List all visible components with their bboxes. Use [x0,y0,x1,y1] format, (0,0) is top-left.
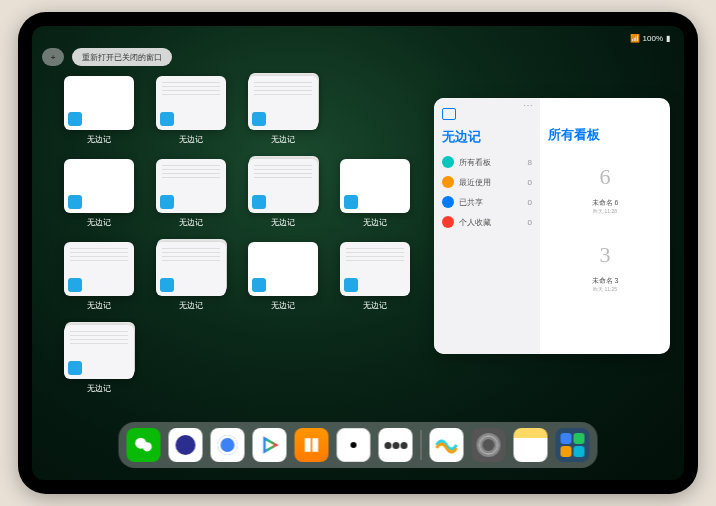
battery-label: 100% [643,34,663,43]
window-thumbnail[interactable]: 无边记 [62,76,136,145]
status-bar: 📶 100% ▮ [32,30,684,46]
sidebar-title: 无边记 [442,128,532,146]
filter-icon[interactable] [379,428,413,462]
thumbnail-preview [64,159,134,213]
sidebar-item-icon [442,176,454,188]
sidebar-item-count: 0 [528,198,532,207]
play-icon[interactable] [253,428,287,462]
freeform-icon[interactable] [430,428,464,462]
window-thumbnail[interactable]: 无边记 [62,242,136,311]
dock-separator [421,430,422,460]
thumbnail-preview [248,159,318,213]
freeform-content: 所有看板 6未命名 6昨天 11:283未命名 3昨天 11:25 [540,98,670,354]
thumbnail-preview [156,159,226,213]
window-thumbnail[interactable]: 无边记 [62,325,136,394]
thumbnail-preview [64,242,134,296]
window-thumbnail[interactable]: 无边记 [338,159,412,228]
thumbnail-label: 无边记 [271,300,295,311]
books-icon[interactable] [295,428,329,462]
thumbnail-label: 无边记 [363,300,387,311]
content-title: 所有看板 [548,126,662,144]
sidebar-item-label: 已共享 [459,197,483,208]
thumbnail-label: 无边记 [179,300,203,311]
freeform-sidebar: ⋯ 无边记 所有看板8最近使用0已共享0个人收藏0 [434,98,540,354]
sidebar-item-label: 所有看板 [459,157,491,168]
thumbnail-preview [248,242,318,296]
thumbnail-label: 无边记 [87,134,111,145]
thumbnail-preview [340,242,410,296]
thumbnail-preview [156,242,226,296]
sidebar-item-label: 个人收藏 [459,217,491,228]
thumbnail-preview [64,325,134,379]
thumbnail-label: 无边记 [271,217,295,228]
wifi-icon: 📶 [630,34,640,43]
notes-icon[interactable] [514,428,548,462]
window-thumbnail[interactable]: 无边记 [154,242,228,311]
window-thumbnail[interactable]: 无边记 [154,159,228,228]
thumbnail-label: 无边记 [363,217,387,228]
screen: 📶 100% ▮ + 重新打开已关闭的窗口 无边记无边记无边记无边记无边记无边记… [32,26,684,480]
svg-point-1 [143,442,152,451]
thumbnail-label: 无边记 [179,217,203,228]
app-expose-grid: 无边记无边记无边记无边记无边记无边记无边记无边记无边记无边记无边记无边记 [62,76,412,394]
dock [119,422,598,468]
sidebar-item-icon [442,156,454,168]
thumbnail-label: 无边记 [87,217,111,228]
thumbnail-preview [64,76,134,130]
board-timestamp: 昨天 11:28 [552,208,658,214]
window-thumbnail[interactable]: 无边记 [62,159,136,228]
more-icon[interactable]: ⋯ [523,100,534,111]
settings-icon[interactable] [472,428,506,462]
board-title: 未命名 6 [552,198,658,208]
thumbnail-preview [248,76,318,130]
freeform-window[interactable]: ⋯ 无边记 所有看板8最近使用0已共享0个人收藏0 所有看板 6未命名 6昨天 … [434,98,670,354]
board-card[interactable]: 3未命名 3昨天 11:25 [548,232,662,302]
sidebar-item-count: 8 [528,158,532,167]
dice-icon[interactable] [337,428,371,462]
wechat-icon[interactable] [127,428,161,462]
thumbnail-preview [156,76,226,130]
quark-icon[interactable] [211,428,245,462]
app-library-icon[interactable] [556,428,590,462]
new-window-button[interactable]: + [42,48,64,66]
sidebar-toggle-icon[interactable] [442,108,456,120]
sidebar-item-icon [442,196,454,208]
window-thumbnail[interactable]: 无边记 [246,159,320,228]
ipad-frame: 📶 100% ▮ + 重新打开已关闭的窗口 无边记无边记无边记无边记无边记无边记… [18,12,698,494]
sidebar-item-count: 0 [528,218,532,227]
thumbnail-preview [340,159,410,213]
thumbnail-label: 无边记 [87,383,111,394]
sidebar-item-label: 最近使用 [459,177,491,188]
board-title: 未命名 3 [552,276,658,286]
sidebar-item[interactable]: 已共享0 [442,196,532,208]
board-card[interactable]: 6未命名 6昨天 11:28 [548,154,662,224]
battery-icon: ▮ [666,34,670,43]
reopen-closed-window-button[interactable]: 重新打开已关闭的窗口 [72,48,172,66]
sidebar-item[interactable]: 个人收藏0 [442,216,532,228]
window-thumbnail[interactable]: 无边记 [246,242,320,311]
sidebar-item-count: 0 [528,178,532,187]
thumbnail-label: 无边记 [271,134,295,145]
board-timestamp: 昨天 11:25 [552,286,658,292]
thumbnail-label: 无边记 [179,134,203,145]
window-thumbnail[interactable]: 无边记 [246,76,320,145]
board-thumbnail: 3 [584,236,626,274]
board-thumbnail: 6 [584,158,626,196]
sidebar-item-icon [442,216,454,228]
sidebar-item[interactable]: 所有看板8 [442,156,532,168]
window-thumbnail[interactable]: 无边记 [154,76,228,145]
thumbnail-label: 无边记 [87,300,111,311]
quark-hd-icon[interactable] [169,428,203,462]
sidebar-item[interactable]: 最近使用0 [442,176,532,188]
window-thumbnail[interactable]: 无边记 [338,242,412,311]
